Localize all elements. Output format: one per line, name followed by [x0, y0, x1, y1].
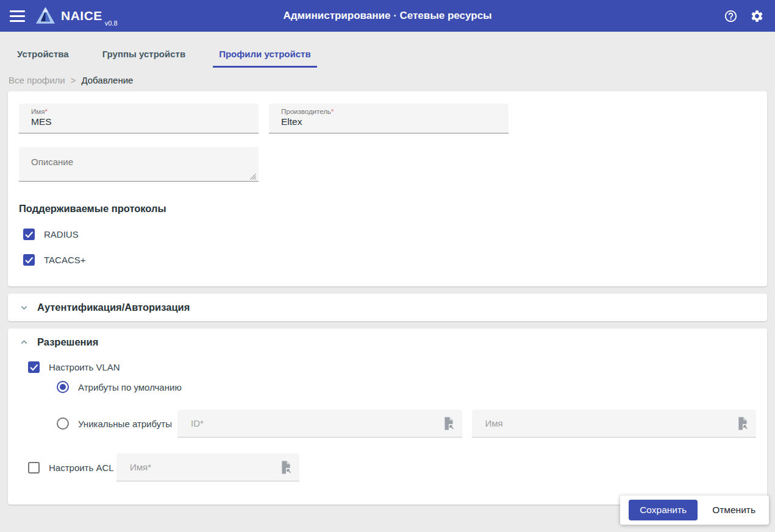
chevron-down-icon: [19, 302, 29, 313]
description-field[interactable]: [19, 147, 259, 182]
permissions-section-title: Разрешения: [37, 336, 98, 348]
tab-bar: Устройства Группы устройств Профили устр…: [0, 43, 775, 68]
unique-attributes-label: Уникальные атрибуты: [78, 419, 172, 429]
default-attributes-radio[interactable]: [57, 381, 69, 393]
acl-name-field[interactable]: [116, 453, 299, 481]
help-icon[interactable]: [724, 9, 738, 23]
vendor-input[interactable]: [281, 115, 496, 127]
breadcrumb-current: Добавление: [81, 75, 133, 85]
tab-device-groups[interactable]: Группы устройств: [96, 43, 191, 68]
acl-checkbox[interactable]: [28, 462, 40, 473]
auth-accordion-header[interactable]: Аутентификация/Авторизация: [8, 294, 767, 321]
protocol-radius-row: RADIUS: [23, 229, 756, 240]
description-textarea[interactable]: [19, 147, 259, 181]
name-field-label: Имя*: [31, 108, 246, 115]
acl-row: Настроить ACL: [28, 453, 756, 481]
save-button[interactable]: Сохранить: [629, 500, 698, 520]
breadcrumb-all-profiles[interactable]: Все профили: [9, 75, 65, 85]
vlan-checkbox[interactable]: [28, 361, 40, 373]
auth-section-card: Аутентификация/Авторизация: [8, 294, 767, 321]
auth-section-title: Аутентификация/Авторизация: [37, 302, 190, 313]
menu-icon[interactable]: [10, 8, 25, 24]
radius-checkbox[interactable]: [23, 229, 35, 240]
vlan-id-input[interactable]: [190, 417, 436, 429]
app-logo: [34, 5, 57, 26]
tacacs-checkbox[interactable]: [23, 254, 35, 266]
app-name: NAICE: [61, 9, 102, 23]
vendor-field[interactable]: Производитель*: [269, 104, 509, 133]
breadcrumb-separator: >: [71, 75, 76, 85]
unique-attributes-row: Уникальные атрибуты: [57, 410, 756, 438]
required-asterisk: *: [331, 108, 334, 115]
tacacs-label: TACACS+: [44, 255, 86, 265]
settings-gear-icon[interactable]: [750, 9, 764, 23]
file-import-icon[interactable]: [442, 416, 455, 431]
vlan-name-field[interactable]: [472, 410, 757, 438]
protocols-heading: Поддерживаемые протоколы: [19, 203, 756, 215]
tab-device-profiles[interactable]: Профили устройств: [213, 43, 316, 68]
vlan-label: Настроить VLAN: [49, 362, 120, 372]
file-import-icon[interactable]: [279, 460, 292, 475]
unique-attributes-radio[interactable]: [57, 417, 69, 430]
name-input[interactable]: [31, 115, 246, 127]
radius-label: RADIUS: [44, 229, 79, 239]
vlan-row: Настроить VLAN: [28, 361, 756, 373]
vendor-field-label: Производитель*: [281, 108, 496, 115]
tab-devices[interactable]: Устройства: [11, 43, 75, 68]
name-field[interactable]: Имя*: [19, 104, 259, 133]
vlan-name-input[interactable]: [484, 417, 730, 429]
breadcrumb: Все профили > Добавление: [0, 68, 775, 85]
cancel-button[interactable]: Отменить: [702, 500, 765, 520]
chevron-up-icon: [19, 337, 29, 347]
acl-name-input[interactable]: [129, 461, 273, 473]
vlan-id-field[interactable]: [177, 410, 462, 438]
default-attributes-row: Атрибуты по умолчанию: [57, 381, 756, 393]
action-bar: Сохранить Отменить: [620, 495, 769, 525]
permissions-accordion-header[interactable]: Разрешения: [8, 328, 767, 356]
file-import-icon[interactable]: [736, 416, 749, 431]
acl-label: Настроить ACL: [49, 463, 114, 473]
app-header: NAICE v0.8 Администрирование · Сетевые р…: [0, 0, 775, 32]
default-attributes-label: Атрибуты по умолчанию: [78, 382, 182, 392]
protocol-tacacs-row: TACACS+: [23, 254, 756, 266]
required-asterisk: *: [45, 108, 47, 115]
app-version: v0.8: [105, 20, 118, 32]
profile-form-card: Имя* Производитель* Поддерживаемые прото…: [8, 91, 767, 286]
permissions-section-card: Разрешения Настроить VLAN Атрибуты по ум…: [8, 328, 767, 505]
